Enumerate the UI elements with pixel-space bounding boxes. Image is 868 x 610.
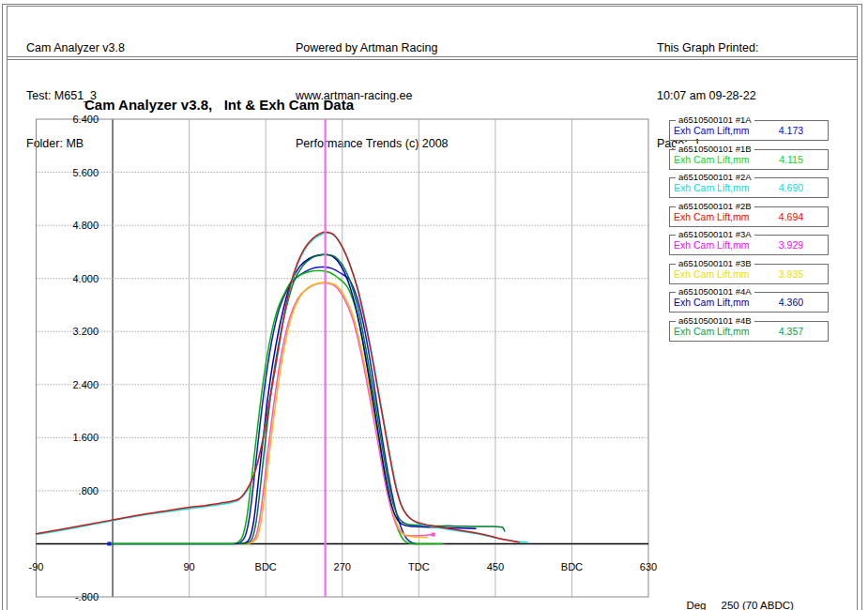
svg-text:4.000: 4.000 [72, 273, 99, 284]
legend-param-label: Exh Cam Lift,mm [674, 268, 750, 280]
legend-value: 4.694 [762, 211, 820, 222]
curves [37, 232, 528, 545]
legend-series-name: a6510500101 #2B [676, 201, 754, 211]
svg-text:270: 270 [334, 561, 351, 572]
legend-param-label: Exh Cam Lift,mm [674, 297, 750, 308]
legend-param-label: Exh Cam Lift,mm [674, 182, 750, 193]
legend-box: a6510500101 #3AExh Cam Lift,mm3.929 [669, 235, 829, 255]
axis-labels: 6.4005.6004.8004.0003.2002.4001.600.800-… [29, 114, 658, 602]
legend-value: 4.173 [762, 125, 820, 136]
legend-box: a6510500101 #4AExh Cam Lift,mm4.360 [669, 292, 829, 313]
legend-box: a6510500101 #2AExh Cam Lift,mm4.690 [669, 177, 829, 198]
legend-box: a6510500101 #4BExh Cam Lift,mm4.357 [669, 321, 829, 342]
legend-value: 4.115 [762, 154, 820, 165]
grid [37, 119, 649, 597]
legend-series-name: a6510500101 #3B [676, 258, 754, 268]
data-marker [107, 541, 111, 545]
svg-text:3.200: 3.200 [72, 326, 99, 337]
legend-param-label: Exh Cam Lift,mm [674, 326, 750, 337]
svg-text:5.600: 5.600 [72, 167, 99, 178]
legend-series-name: a6510500101 #3A [676, 229, 754, 239]
svg-text:1.600: 1.600 [72, 432, 99, 443]
legend-param-label: Exh Cam Lift,mm [674, 239, 750, 251]
svg-text:90: 90 [184, 561, 195, 572]
curve-2A [37, 233, 528, 542]
legend-box: a6510500101 #1BExh Cam Lift,mm4.115 [669, 149, 829, 170]
svg-text:6.400: 6.400 [72, 114, 99, 125]
cursor-readout-value: 250 (70 ABDC) [722, 600, 794, 610]
legend-box: a6510500101 #1AExh Cam Lift,mm4.173 [669, 120, 829, 141]
page-root: { "page": { "header": { "left": ["Cam An… [0, 0, 868, 610]
cursor-readout: Deg250 (70 ABDC) [680, 588, 794, 610]
legend-series-name: a6510500101 #2A [676, 172, 754, 182]
svg-text:-90: -90 [29, 561, 44, 572]
legend-value: 3.935 [762, 268, 820, 280]
legend-value: 4.357 [762, 326, 820, 337]
svg-text:4.800: 4.800 [72, 220, 99, 231]
data-marker [432, 533, 435, 537]
curve-3B [242, 282, 428, 543]
svg-text:630: 630 [640, 561, 657, 572]
legend-box: a6510500101 #3BExh Cam Lift,mm3.935 [669, 264, 829, 284]
legend-series-name: a6510500101 #4B [676, 315, 754, 326]
legend-value: 4.360 [762, 297, 820, 308]
legend-value: 3.929 [762, 239, 820, 251]
svg-text:BDC: BDC [561, 561, 583, 572]
svg-text:.800: .800 [79, 485, 99, 496]
svg-text:TDC: TDC [408, 561, 430, 572]
legend-value: 4.690 [762, 182, 820, 193]
svg-text:-.800: -.800 [75, 591, 99, 602]
legend-param-label: Exh Cam Lift,mm [674, 125, 750, 136]
cursor-readout-label: Deg [686, 600, 706, 610]
legend-param-label: Exh Cam Lift,mm [674, 154, 750, 165]
curve-1A [109, 267, 416, 543]
legend-param-label: Exh Cam Lift,mm [674, 211, 750, 222]
legend-series-name: a6510500101 #4A [676, 286, 754, 297]
svg-text:450: 450 [487, 561, 504, 572]
legend-box: a6510500101 #2BExh Cam Lift,mm4.694 [669, 206, 829, 227]
legend-series-name: a6510500101 #1B [676, 144, 754, 154]
svg-text:2.400: 2.400 [72, 379, 99, 390]
legend-series-name: a6510500101 #1A [676, 114, 754, 125]
svg-text:BDC: BDC [255, 561, 277, 572]
